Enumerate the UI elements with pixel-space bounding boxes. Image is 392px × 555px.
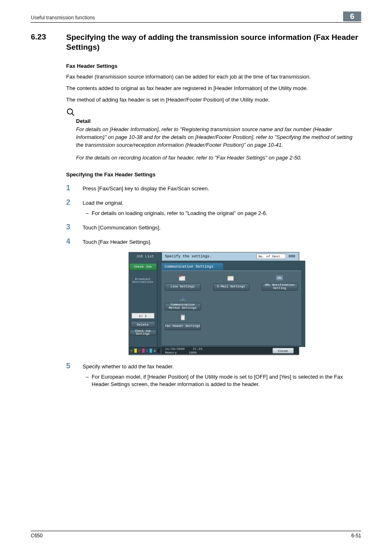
- detail-label: Detail: [76, 118, 361, 124]
- footer-page: 6-51: [351, 533, 361, 539]
- url-notification-button[interactable]: URL Notification Setting: [262, 283, 298, 291]
- svg-line-1: [72, 113, 74, 116]
- email-settings-button[interactable]: E-Mail Settings: [213, 283, 249, 291]
- step-number: 3: [66, 223, 83, 231]
- svg-point-0: [67, 109, 73, 114]
- footer-model: C650: [31, 533, 43, 539]
- line-settings-button[interactable]: Line Settings: [165, 283, 201, 291]
- bullet-text: For European model, if [Header Position]…: [92, 373, 361, 389]
- close-button[interactable]: Close: [272, 348, 294, 354]
- step-text: Press [Fax/Scan] key to display the Fax/…: [83, 184, 361, 193]
- detail-text: For the details on recording location of…: [76, 154, 361, 162]
- step-text: Specify whether to add the fax header.: [83, 363, 174, 370]
- console-screenshot: Job List Specify the settings. No. of De…: [129, 252, 299, 355]
- tab-communication-settings[interactable]: Communication Settings: [161, 263, 223, 271]
- svg-rect-8: [181, 295, 184, 298]
- sub-heading-2: Specifying the Fax Header Settings: [66, 171, 361, 178]
- check-job-button[interactable]: Check Job: [129, 263, 157, 271]
- broadcast-label: Broadcast Destinations: [129, 278, 157, 284]
- dest-label: No. of Dest.: [258, 254, 282, 258]
- mail-icon: [227, 275, 236, 282]
- header-breadcrumb: Useful transmission functions: [31, 15, 95, 21]
- step-text: Touch [Communication Settings].: [83, 223, 361, 232]
- comm-method-button[interactable]: Communication Method Settings: [165, 303, 201, 310]
- fax-header-settings-button[interactable]: Fax Header Settings: [165, 323, 201, 330]
- header-rule: [31, 22, 361, 23]
- svg-rect-3: [179, 275, 181, 277]
- sub-heading-1: Fax Header Settings: [66, 63, 361, 69]
- status-date: 11/10/2006: [165, 347, 185, 351]
- body-text: The method of adding fax header is set i…: [66, 96, 361, 104]
- step-number: 1: [66, 184, 83, 192]
- phone-icon: [178, 275, 187, 282]
- chapter-badge: 6: [343, 12, 361, 21]
- body-text: Fax header (transmission source informat…: [66, 73, 361, 81]
- step-text: Load the original.: [83, 200, 124, 206]
- magnifier-icon: [66, 108, 75, 117]
- dest-count: 000: [288, 254, 295, 259]
- status-memory-label: Memory: [165, 351, 177, 354]
- console-title: Specify the settings.: [165, 254, 212, 259]
- status-memory-value: 100%: [189, 351, 196, 354]
- svg-rect-7: [277, 276, 281, 279]
- step-number: 2: [66, 199, 83, 206]
- monitor-icon: [275, 275, 284, 282]
- tab-job-list[interactable]: Job List: [129, 252, 162, 261]
- step-number: 5: [66, 362, 83, 370]
- body-text: The contents added to original as fax he…: [66, 85, 361, 92]
- step-number: 4: [66, 238, 83, 245]
- network-icon: [178, 295, 187, 302]
- bullet-dash: –: [83, 373, 92, 389]
- section-title: Specifying the way of adding the transmi…: [66, 32, 361, 52]
- step-text: Touch [Fax Header Settings].: [83, 238, 361, 246]
- toner-indicator: Y M C K: [129, 347, 162, 354]
- bullet-dash: –: [83, 210, 92, 217]
- svg-point-5: [228, 275, 230, 277]
- check-job-settings-button[interactable]: Check Job Settings: [129, 330, 157, 335]
- section-number: 6.23: [31, 32, 66, 42]
- delete-button[interactable]: Delete: [131, 321, 155, 328]
- document-icon: [178, 314, 187, 322]
- pager: 1/ 1: [131, 313, 154, 319]
- bullet-text: For details on loading originals, refer …: [92, 210, 267, 217]
- status-time: 21:25: [193, 347, 203, 351]
- detail-text: For details on [Header Information], ref…: [76, 126, 361, 149]
